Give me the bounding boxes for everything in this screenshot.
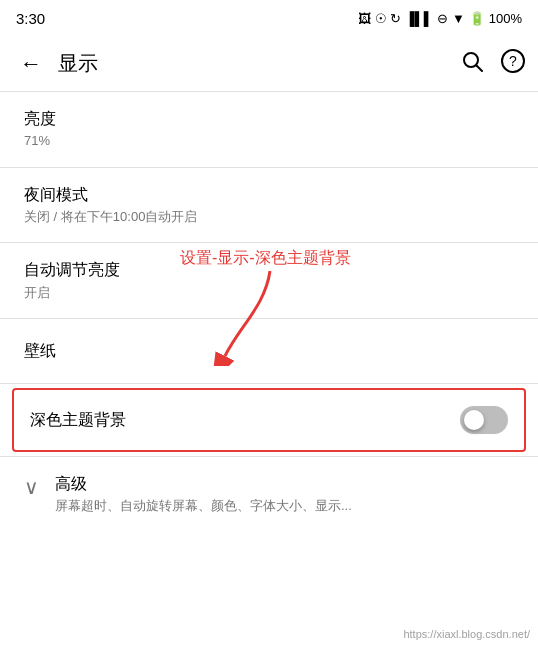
notification-icons: 🖼 ☉ ↻: [358, 11, 401, 26]
svg-line-1: [477, 65, 483, 71]
auto-adjust-setting[interactable]: 自动调节亮度 开启: [0, 243, 538, 318]
wallpaper-title: 壁纸: [24, 340, 514, 362]
signal-icon: ▐▌▌: [405, 11, 433, 26]
brightness-value: 71%: [24, 132, 514, 150]
status-time: 3:30: [16, 10, 45, 27]
divider-4: [0, 383, 538, 384]
night-mode-subtitle: 关闭 / 将在下午10:00自动开启: [24, 208, 514, 226]
advanced-content: 高级 屏幕超时、自动旋转屏幕、颜色、字体大小、显示...: [55, 473, 514, 516]
advanced-title: 高级: [55, 473, 514, 495]
svg-text:?: ?: [509, 53, 517, 69]
status-bar: 3:30 🖼 ☉ ↻ ▐▌▌ ⊖ ▼ 🔋 100%: [0, 0, 538, 36]
brightness-title: 亮度: [24, 108, 514, 130]
settings-list: 亮度 71% 夜间模式 关闭 / 将在下午10:00自动开启 自动调节亮度 开启…: [0, 92, 538, 531]
app-bar: ← 显示 ?: [0, 36, 538, 92]
search-icon[interactable]: [460, 49, 484, 79]
status-icons: 🖼 ☉ ↻ ▐▌▌ ⊖ ▼ 🔋 100%: [358, 11, 522, 26]
dark-theme-toggle[interactable]: [460, 406, 508, 434]
battery-percent: 100%: [489, 11, 522, 26]
back-button[interactable]: ←: [12, 47, 50, 81]
expand-icon: ∨: [24, 475, 39, 499]
app-bar-actions: ?: [460, 48, 526, 80]
help-icon[interactable]: ?: [500, 48, 526, 80]
advanced-setting[interactable]: ∨ 高级 屏幕超时、自动旋转屏幕、颜色、字体大小、显示...: [0, 457, 538, 532]
auto-adjust-subtitle: 开启: [24, 284, 514, 302]
wallpaper-setting[interactable]: 壁纸: [0, 319, 538, 383]
watermark: https://xiaxl.blog.csdn.net/: [403, 628, 530, 640]
toggle-thumb: [464, 410, 484, 430]
battery-icon: 🔋: [469, 11, 485, 26]
dark-theme-title: 深色主题背景: [30, 409, 126, 431]
battery-minus-icon: ⊖: [437, 11, 448, 26]
wifi-icon: ▼: [452, 11, 465, 26]
night-mode-title: 夜间模式: [24, 184, 514, 206]
page-title: 显示: [58, 50, 460, 77]
brightness-setting[interactable]: 亮度 71%: [0, 92, 538, 167]
advanced-subtitle: 屏幕超时、自动旋转屏幕、颜色、字体大小、显示...: [55, 497, 514, 515]
auto-adjust-title: 自动调节亮度: [24, 259, 514, 281]
dark-theme-setting[interactable]: 深色主题背景: [12, 388, 526, 452]
night-mode-setting[interactable]: 夜间模式 关闭 / 将在下午10:00自动开启: [0, 168, 538, 243]
